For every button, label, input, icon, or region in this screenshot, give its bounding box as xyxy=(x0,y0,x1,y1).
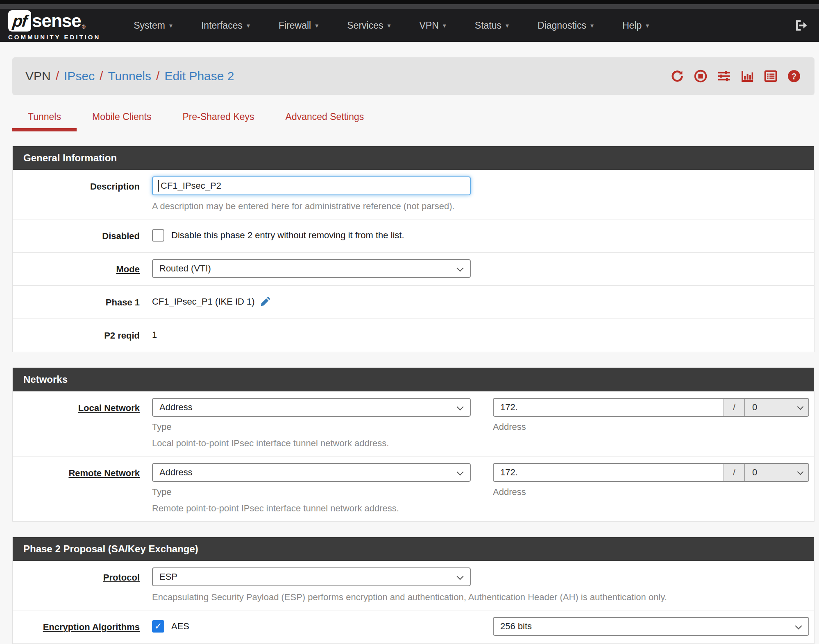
nav-item-firewall[interactable]: Firewall▾ xyxy=(264,9,333,42)
nav-item-system[interactable]: System▾ xyxy=(119,9,187,42)
bar-chart-icon[interactable] xyxy=(739,69,755,84)
chevron-down-icon xyxy=(457,404,464,411)
svg-text:?: ? xyxy=(792,72,797,81)
log-list-icon[interactable] xyxy=(762,69,779,84)
breadcrumb-ipsec[interactable]: IPsec xyxy=(64,69,95,83)
page-toolbar-icons: ? xyxy=(669,69,802,84)
tab-pre-shared-keys[interactable]: Pre-Shared Keys xyxy=(167,106,270,131)
chevron-down-icon: ▾ xyxy=(247,22,250,29)
local-network-prefix-select[interactable]: 0 xyxy=(744,398,809,417)
slash-separator: / xyxy=(724,463,744,482)
local-address-caption: Address xyxy=(493,422,809,432)
nav-item-services[interactable]: Services▾ xyxy=(333,9,405,42)
protocol-label: Protocol xyxy=(13,561,152,610)
row-mode: Mode Routed (VTI) xyxy=(13,253,814,286)
mode-label: Mode xyxy=(13,253,152,285)
pfsense-logo[interactable]: pf sense ® COMMUNITY EDITION xyxy=(8,10,100,41)
description-label: Description xyxy=(13,170,152,219)
text-cursor xyxy=(158,180,159,192)
chevron-down-icon: ▾ xyxy=(646,22,649,29)
breadcrumb-separator: / xyxy=(156,69,159,83)
window-chrome-strip xyxy=(0,0,819,4)
registered-mark: ® xyxy=(82,24,86,30)
top-navbar: pf sense ® COMMUNITY EDITION System▾ Int… xyxy=(0,9,819,42)
remote-address-caption: Address xyxy=(493,487,809,497)
chevron-down-icon xyxy=(457,265,464,272)
section-title: Phase 2 Proposal (SA/Key Exchange) xyxy=(13,537,814,561)
protocol-help: Encapsulating Security Payload (ESP) per… xyxy=(152,592,809,603)
nav-menu: System▾ Interfaces▾ Firewall▾ Services▾ … xyxy=(119,9,793,42)
pf-logo-text: pf xyxy=(12,12,27,30)
disabled-label: Disabled xyxy=(13,219,152,252)
tab-tunnels[interactable]: Tunnels xyxy=(12,106,77,131)
refresh-icon[interactable] xyxy=(669,69,685,84)
row-p2reqid: P2 reqid 1 xyxy=(13,319,814,352)
p2reqid-value: 1 xyxy=(152,325,809,344)
chevron-down-icon xyxy=(795,623,802,630)
chevron-down-icon: ▾ xyxy=(506,22,509,29)
disabled-checkbox[interactable]: ✓ xyxy=(152,229,164,242)
help-icon[interactable]: ? xyxy=(786,69,802,84)
mode-select[interactable]: Routed (VTI) xyxy=(152,259,471,278)
sense-logo-text: sense xyxy=(32,10,81,32)
chevron-down-icon xyxy=(797,404,804,410)
row-local-network: Local Network Address Type / 0 xyxy=(13,391,814,456)
local-network-help: Local point-to-point IPsec interface tun… xyxy=(152,438,809,449)
chevron-down-icon xyxy=(797,469,804,475)
breadcrumb-tunnels[interactable]: Tunnels xyxy=(108,69,151,83)
tab-mobile-clients[interactable]: Mobile Clients xyxy=(77,106,167,131)
chevron-down-icon: ▾ xyxy=(169,22,172,29)
local-network-label: Local Network xyxy=(13,391,152,456)
slash-separator: / xyxy=(724,398,744,417)
breadcrumb-separator: / xyxy=(56,69,59,83)
chevron-down-icon: ▾ xyxy=(315,22,318,29)
tab-advanced-settings[interactable]: Advanced Settings xyxy=(270,106,380,131)
remote-network-prefix-select[interactable]: 0 xyxy=(744,463,809,482)
community-edition-label: COMMUNITY EDITION xyxy=(8,34,100,41)
nav-item-diagnostics[interactable]: Diagnostics▾ xyxy=(523,9,608,42)
breadcrumb-bar: VPN / IPsec / Tunnels / Edit Phase 2 xyxy=(12,57,814,95)
chevron-down-icon xyxy=(457,573,464,580)
remote-network-label: Remote Network xyxy=(13,456,152,521)
aes-keylen-select[interactable]: 256 bits xyxy=(493,617,809,636)
description-help: A description may be entered here for ad… xyxy=(152,201,809,212)
section-phase2-proposal: Phase 2 Proposal (SA/Key Exchange) Proto… xyxy=(12,537,814,644)
remote-network-help: Remote point-to-point IPsec interface tu… xyxy=(152,503,809,514)
p2reqid-label: P2 reqid xyxy=(13,319,152,352)
row-remote-network: Remote Network Address Type / 0 xyxy=(13,456,814,521)
pencil-icon[interactable] xyxy=(260,296,271,307)
row-description: Description A description may be entered… xyxy=(13,170,814,219)
encryption-algorithms-label: Encryption Algorithms xyxy=(13,610,152,643)
breadcrumb-edit-phase2[interactable]: Edit Phase 2 xyxy=(164,69,234,83)
check-icon: ✓ xyxy=(154,622,162,631)
phase1-value: CF1_IPsec_P1 (IKE ID 1) xyxy=(152,296,255,307)
breadcrumb-separator: / xyxy=(100,69,103,83)
section-networks: Networks Local Network Address Type / xyxy=(12,368,814,522)
remote-network-type-select[interactable]: Address xyxy=(152,463,471,482)
protocol-select[interactable]: ESP xyxy=(152,567,471,586)
breadcrumb-vpn: VPN xyxy=(25,69,51,83)
stop-circle-icon[interactable] xyxy=(692,69,709,84)
aes-checkbox[interactable]: ✓ xyxy=(152,620,164,633)
nav-item-interfaces[interactable]: Interfaces▾ xyxy=(187,9,264,42)
chevron-down-icon: ▾ xyxy=(443,22,446,29)
row-phase1: Phase 1 CF1_IPsec_P1 (IKE ID 1) xyxy=(13,286,814,319)
local-network-address-input[interactable] xyxy=(493,398,724,417)
chevron-down-icon: ▾ xyxy=(590,22,594,29)
remote-network-address-input[interactable] xyxy=(493,463,724,482)
remote-type-caption: Type xyxy=(152,487,471,497)
chevron-down-icon xyxy=(457,469,464,476)
nav-item-vpn[interactable]: VPN▾ xyxy=(405,9,460,42)
sliders-icon[interactable] xyxy=(716,69,732,84)
nav-item-status[interactable]: Status▾ xyxy=(461,9,523,42)
disabled-checkbox-label: Disable this phase 2 entry without remov… xyxy=(171,230,404,241)
local-network-type-select[interactable]: Address xyxy=(152,398,471,417)
description-input[interactable] xyxy=(152,176,471,195)
aes-checkbox-label: AES xyxy=(171,621,189,632)
local-type-caption: Type xyxy=(152,422,471,432)
sign-out-icon[interactable] xyxy=(793,18,808,32)
nav-item-help[interactable]: Help▾ xyxy=(608,9,663,42)
row-disabled: Disabled ✓ Disable this phase 2 entry wi… xyxy=(13,219,814,253)
section-title: Networks xyxy=(13,368,814,391)
row-protocol: Protocol ESP Encapsulating Security Payl… xyxy=(13,561,814,610)
